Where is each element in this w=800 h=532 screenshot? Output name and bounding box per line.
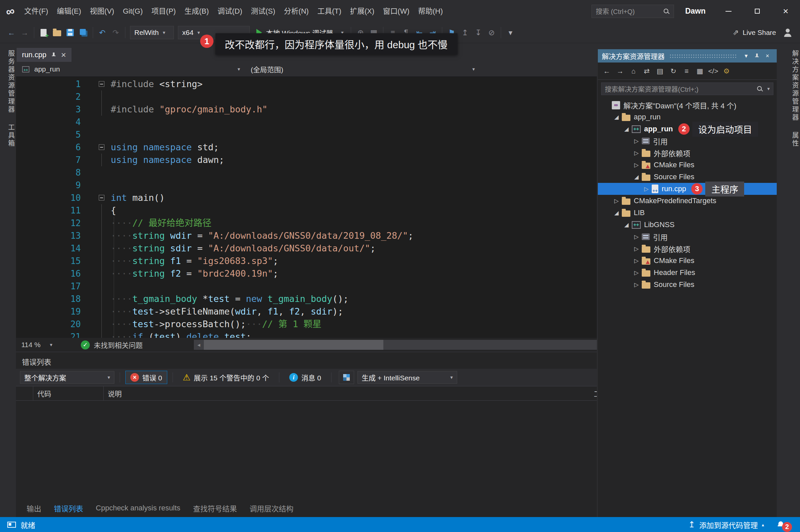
menu-item[interactable]: 项目(P) — [147, 0, 180, 22]
side-tab[interactable]: 解决方案资源管理器 — [777, 50, 800, 122]
error-source-select[interactable]: 生成 + IntelliSense▾ — [358, 371, 457, 384]
menu-item[interactable]: 文件(F) — [20, 0, 53, 22]
close-button[interactable]: × — [772, 0, 800, 22]
side-tab[interactable]: 工具箱 — [0, 124, 16, 148]
fold-collapse-icon[interactable] — [99, 144, 104, 150]
collapsed-arrow-icon[interactable]: ▷ — [631, 269, 642, 276]
warnings-filter-button[interactable]: ⚠ 展示 15 个警告中的 0 个 — [178, 371, 274, 384]
code-line[interactable]: 6using namespace std; — [16, 141, 597, 154]
undo-icon[interactable]: ↶ — [96, 26, 109, 39]
scope-select[interactable]: ++ app_run ▾ — [16, 62, 245, 76]
code-line[interactable]: 8 — [16, 166, 597, 179]
notifications-button[interactable]: 2 — [777, 521, 785, 529]
code-line[interactable]: 19····test->setFileNmame(wdir, f1, f2, s… — [16, 305, 597, 318]
back-icon[interactable]: ← — [601, 65, 613, 77]
line-number[interactable]: 18 — [16, 292, 81, 305]
menu-item[interactable]: 分析(N) — [280, 0, 313, 22]
fold-margin[interactable] — [81, 78, 111, 91]
line-number[interactable]: 2 — [16, 91, 81, 103]
pending-changes-filter-icon[interactable]: ▤ — [654, 65, 666, 77]
tree-item[interactable]: ◢LIB — [598, 207, 777, 219]
save-all-icon[interactable] — [77, 26, 90, 39]
code-line[interactable]: 11{ — [16, 204, 597, 217]
pin-icon[interactable] — [751, 53, 762, 58]
code-line[interactable]: 7using namespace dawn; — [16, 154, 597, 166]
code-line[interactable]: 16····string f2 = "brdc2400.19n"; — [16, 267, 597, 280]
collapsed-arrow-icon[interactable]: ▷ — [641, 186, 652, 192]
errors-filter-button[interactable]: × 错误 0 — [125, 371, 167, 384]
menu-item[interactable]: 编辑(E) — [53, 0, 85, 22]
line-number[interactable]: 6 — [16, 141, 81, 154]
tree-item[interactable]: ◢++LibGNSS — [598, 219, 777, 231]
fold-margin[interactable] — [81, 141, 111, 154]
close-icon[interactable]: × — [61, 51, 66, 59]
side-tab[interactable]: 属性 — [777, 132, 800, 148]
collapsed-arrow-icon[interactable]: ▷ — [631, 162, 642, 169]
expanded-arrow-icon[interactable]: ◢ — [621, 126, 632, 133]
menu-item[interactable]: 窗口(W) — [379, 0, 414, 22]
menu-item[interactable]: 调试(D) — [213, 0, 247, 22]
code-line[interactable]: 9 — [16, 179, 597, 191]
tree-item[interactable]: ▷引用 — [598, 135, 777, 147]
add-to-source-control-button[interactable]: 添加到源代码管理 — [699, 519, 758, 530]
tree-item[interactable]: ▷CMake Files — [598, 159, 777, 171]
code-line[interactable]: 12····// 最好给绝对路径 — [16, 217, 597, 229]
line-number[interactable]: 15 — [16, 255, 81, 267]
properties-icon[interactable]: ⚙ — [720, 65, 733, 77]
code-line[interactable]: 2 — [16, 91, 597, 103]
messages-filter-button[interactable]: i 消息 0 — [285, 371, 326, 384]
live-share-button[interactable]: ⇗ Live Share — [732, 28, 776, 37]
menu-item[interactable]: 生成(B) — [180, 0, 213, 22]
user-icon[interactable] — [783, 27, 793, 38]
menu-item[interactable]: 测试(S) — [247, 0, 280, 22]
line-number[interactable]: 1 — [16, 78, 81, 91]
panel-tab[interactable]: Cppcheck analysis results — [91, 504, 186, 512]
navigate-backward-icon[interactable]: ← — [5, 26, 18, 39]
refresh-icon[interactable]: ↻ — [667, 65, 680, 77]
description-column-header[interactable]: 说明 — [104, 386, 597, 400]
member-select[interactable]: (全局范围) ▾ — [245, 62, 480, 76]
line-number[interactable]: 19 — [16, 305, 81, 318]
expanded-arrow-icon[interactable]: ◢ — [631, 174, 642, 180]
code-line[interactable]: 18····t_gmain_body *test = new t_gmain_b… — [16, 292, 597, 305]
line-number[interactable]: 9 — [16, 179, 81, 191]
code-editor[interactable]: 1#include <string>23#include "gproc/gmai… — [16, 77, 597, 338]
collapsed-arrow-icon[interactable]: ▷ — [631, 150, 642, 157]
code-line[interactable]: 5 — [16, 128, 597, 141]
previous-bookmark-icon[interactable]: ↥ — [458, 26, 472, 39]
collapsed-arrow-icon[interactable]: ▷ — [631, 281, 642, 288]
line-number[interactable]: 14 — [16, 242, 81, 255]
restore-button[interactable] — [743, 0, 772, 22]
line-number[interactable]: 12 — [16, 217, 81, 229]
menu-item[interactable]: 帮助(H) — [414, 0, 447, 22]
collapse-all-icon[interactable]: ≡ — [680, 65, 693, 77]
code-line[interactable]: 21····if (test) delete test; — [16, 330, 597, 338]
line-number[interactable]: 10 — [16, 191, 81, 204]
toolbar-options-icon[interactable]: ▾ — [504, 26, 517, 39]
close-icon[interactable]: × — [762, 53, 773, 59]
side-tab[interactable]: 服务器资源管理器 — [0, 50, 16, 114]
redo-icon[interactable]: ↷ — [109, 26, 122, 39]
quick-search-box[interactable]: 搜索 (Ctrl+Q) — [592, 5, 674, 18]
line-number[interactable]: 11 — [16, 204, 81, 217]
error-scope-select[interactable]: 整个解决方案▾ — [20, 371, 114, 384]
line-number[interactable]: 5 — [16, 128, 81, 141]
collapsed-arrow-icon[interactable]: ▷ — [631, 138, 642, 145]
solution-search-box[interactable]: 搜索解决方案资源管理器(Ctrl+;) ▾ — [601, 82, 774, 95]
line-number[interactable]: 16 — [16, 267, 81, 280]
tree-item[interactable]: ▷外部依赖项 — [598, 147, 777, 159]
expanded-arrow-icon[interactable]: ◢ — [611, 209, 622, 216]
fold-margin[interactable] — [81, 191, 111, 204]
collapsed-arrow-icon[interactable]: ▷ — [631, 258, 642, 264]
menu-item[interactable]: 视图(V) — [85, 0, 118, 22]
line-number[interactable]: 17 — [16, 280, 81, 292]
panel-tab[interactable]: 输出 — [21, 503, 46, 513]
code-line[interactable]: 10int main() — [16, 191, 597, 204]
tree-item[interactable]: ▷CMake Files — [598, 255, 777, 267]
tree-item[interactable]: ◢++app_run2设为启动项目 — [598, 123, 777, 135]
scroll-left-icon[interactable]: ◂ — [194, 341, 204, 348]
horizontal-scrollbar[interactable]: ◂ — [194, 340, 597, 350]
code-line[interactable]: 17 — [16, 280, 597, 292]
tab-run-cpp[interactable]: run.cpp × — [17, 48, 72, 62]
panel-tab[interactable]: 调用层次结构 — [244, 503, 299, 513]
